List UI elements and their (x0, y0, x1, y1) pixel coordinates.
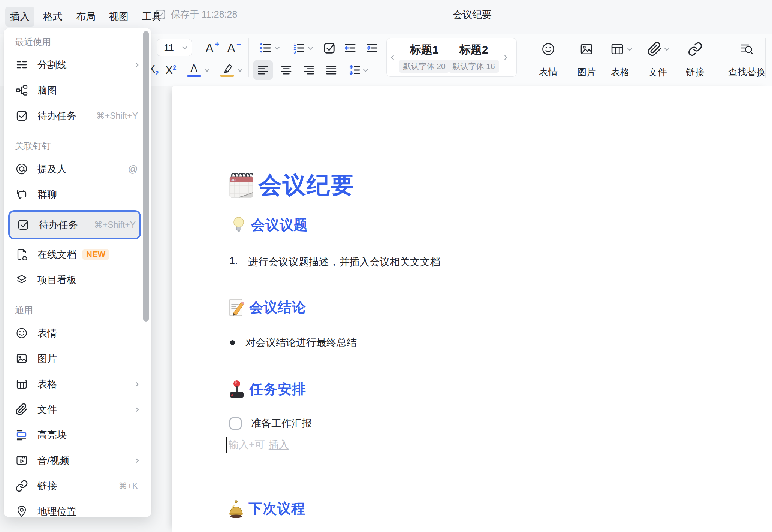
editor-placeholder-line[interactable]: 输入+可 插入 (226, 436, 289, 453)
menu-items: 插入 格式 布局 视图 工具 (5, 7, 166, 27)
menu-item-location[interactable]: 地理位置 (12, 502, 138, 517)
menu-item-label: 图片 (37, 352, 57, 365)
placeholder-insert-link[interactable]: 插入 (269, 438, 289, 451)
align-center-button[interactable] (277, 60, 296, 80)
style-meta: 默认字体 16 (448, 60, 499, 73)
find-replace-button[interactable]: 查找替换 (723, 39, 771, 82)
bullet-list-item[interactable]: 对会议结论进行最终总结 (230, 336, 357, 349)
memo-emoji (225, 298, 248, 317)
button-label: 查找替换 (728, 66, 766, 78)
indent-icon (365, 42, 378, 54)
numbered-list-item[interactable]: 1. 进行会议议题描述，并插入会议相关文文档 (229, 255, 440, 269)
todo-list-item[interactable]: 准备工作汇报 (229, 417, 312, 430)
list-marker: 1. (229, 255, 248, 269)
group-chat-icon (15, 188, 28, 201)
font-color-button[interactable]: A (186, 61, 210, 79)
menu-item-group-chat[interactable]: 群聊 (12, 185, 138, 204)
chevron-down-icon (308, 45, 313, 50)
justify-button[interactable] (322, 60, 341, 80)
online-doc-icon (15, 248, 28, 261)
superscript-button[interactable]: X2 (162, 62, 180, 78)
document-page[interactable]: JUL 会议纪要 会议议题 1. 进行会议议题描述，并插入 (172, 86, 772, 532)
menu-item-highlight-block[interactable]: 高亮块 (12, 425, 138, 445)
chevron-down-icon (363, 67, 368, 72)
menu-item-emoji[interactable]: 表情 (12, 323, 138, 343)
menu-view[interactable]: 视图 (104, 7, 133, 27)
paperclip-icon (15, 403, 28, 416)
task-checkbox-icon (322, 41, 336, 55)
chevron-down-icon (205, 67, 209, 72)
menu-item-online-doc[interactable]: 在线文档 NEW (12, 245, 138, 264)
align-left-icon (257, 64, 269, 76)
font-size-select[interactable]: 11 (157, 39, 192, 56)
bullet-list-button[interactable] (254, 40, 283, 56)
svg-text:3: 3 (293, 50, 296, 54)
todo-checkbox[interactable] (229, 417, 242, 430)
numbered-list-button[interactable]: 123 (289, 40, 316, 56)
menu-item-label: 地理位置 (37, 505, 76, 517)
chevron-right-icon (503, 55, 507, 60)
menu-item-divider-line[interactable]: 分割线 (12, 55, 138, 75)
styles-next-button[interactable] (498, 56, 511, 59)
find-replace-icon (739, 41, 755, 57)
align-right-button[interactable] (299, 60, 319, 80)
highlight-color-button[interactable] (217, 61, 244, 79)
highlighted-menu-item-todo-task[interactable]: 待办任务 ⌘+Shift+Y (8, 210, 141, 239)
chevron-down-icon (275, 45, 280, 50)
task-list-button[interactable] (321, 40, 337, 56)
insert-file-button[interactable]: 文件 (637, 39, 678, 82)
list-item-text: 进行会议议题描述，并插入会议相关文文档 (248, 255, 440, 269)
menu-item-todo-task[interactable]: 待办任务 ⌘+Shift+Y (12, 106, 138, 126)
insert-emoji-button[interactable]: 表情 (528, 39, 569, 82)
menu-item-label: 群聊 (37, 188, 57, 201)
partial-toolbar-button[interactable]: 添 (767, 39, 772, 82)
menu-item-project-kanban[interactable]: 项目看板 (12, 270, 138, 290)
line-spacing-button[interactable] (344, 60, 371, 80)
section-heading-conclusions: 会议结论 (225, 298, 306, 317)
align-right-icon (302, 64, 315, 76)
justify-icon (325, 64, 338, 76)
menu-layout[interactable]: 布局 (71, 7, 100, 27)
menu-section-title: 最近使用 (15, 36, 151, 48)
align-left-button[interactable] (253, 60, 273, 80)
style-heading2[interactable]: 标题2 默认字体 16 (449, 42, 498, 73)
font-size-value: 11 (164, 42, 174, 54)
outdent-button[interactable] (342, 40, 358, 56)
button-label: 表格 (611, 66, 630, 78)
spiral-calendar-emoji: JUL (227, 171, 256, 199)
menu-item-image[interactable]: 图片 (12, 349, 138, 368)
decrease-font-button[interactable]: A− (222, 40, 241, 56)
menu-item-link[interactable]: 链接 ⌘+K (12, 476, 138, 496)
section-heading-tasks: 任务安排 (225, 380, 306, 399)
font-color-icon: A (187, 63, 201, 77)
button-label: 文件 (648, 66, 667, 78)
menu-item-media[interactable]: 音/视频 (12, 451, 138, 470)
menu-insert[interactable]: 插入 (5, 7, 34, 27)
image-icon (15, 352, 28, 365)
emoji-icon (15, 326, 28, 340)
menu-format[interactable]: 格式 (38, 7, 67, 27)
section-heading-text: 下次议程 (248, 499, 305, 518)
shortcut-text: ⌘+Shift+Y (96, 111, 138, 121)
dropdown-scrollbar[interactable] (143, 31, 149, 322)
menu-item-mindmap[interactable]: 脑图 (12, 81, 138, 100)
styles-prev-button[interactable] (387, 56, 399, 59)
menu-item-mention[interactable]: 提及人 @ (12, 159, 138, 179)
increase-font-icon: A+ (206, 42, 214, 54)
todo-icon (15, 109, 28, 123)
insert-link-button[interactable]: 链接 (675, 39, 716, 82)
doc-title-text: 会议纪要 (259, 169, 355, 201)
chevron-right-icon (134, 458, 139, 463)
saved-check-icon (154, 9, 166, 21)
emoji-icon (540, 41, 556, 57)
menu-item-label: 项目看板 (37, 273, 76, 287)
menu-item-table[interactable]: 表格 (12, 374, 138, 394)
indent-button[interactable] (364, 40, 380, 56)
menu-item-label: 提及人 (37, 163, 67, 176)
increase-font-button[interactable]: A+ (200, 40, 219, 56)
table-icon (15, 377, 28, 391)
style-heading1[interactable]: 标题1 默认字体 20 (399, 42, 449, 73)
insert-table-button[interactable]: 表格 (600, 39, 641, 82)
heading-style-panel: 标题1 默认字体 20 标题2 默认字体 16 (386, 38, 517, 77)
menu-item-file[interactable]: 文件 (12, 400, 138, 419)
